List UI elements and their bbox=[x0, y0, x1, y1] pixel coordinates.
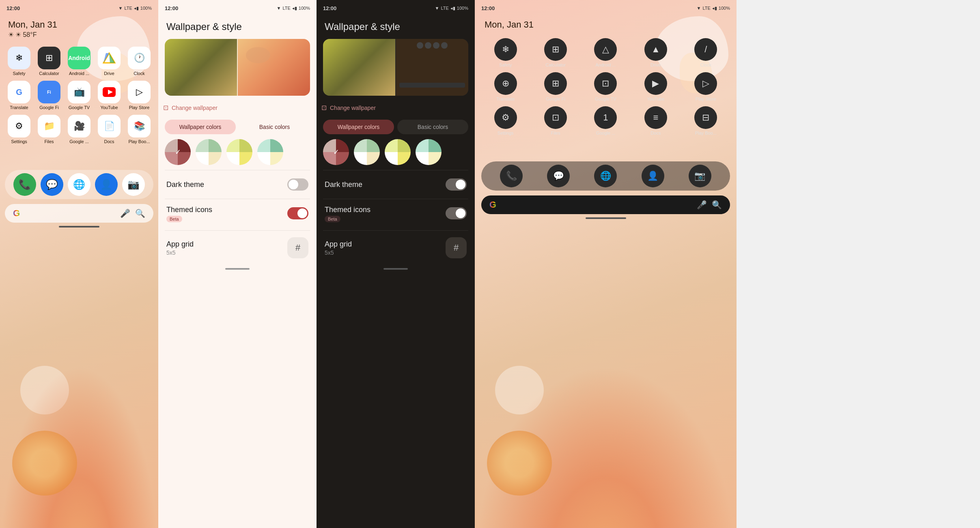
mic-icon-4[interactable]: 🎤 bbox=[697, 200, 707, 210]
app-googletv-d[interactable]: ⊡ Google TV bbox=[582, 72, 630, 101]
dock-contacts-d[interactable]: 👤 bbox=[642, 165, 664, 187]
swatch-2-2[interactable] bbox=[196, 139, 222, 165]
hash-button-3[interactable]: # bbox=[446, 237, 467, 258]
translate-icon-d[interactable]: ⊕ bbox=[494, 72, 517, 95]
app-label-clock-d: Clock bbox=[700, 62, 712, 67]
googletv-icon[interactable]: 📺 bbox=[68, 81, 90, 103]
app-youtube-d[interactable]: ▶ YouTube bbox=[631, 72, 680, 101]
app-googlemeet-d[interactable]: 1 Google ... bbox=[582, 106, 630, 135]
docs-icon[interactable]: 📄 bbox=[98, 115, 121, 137]
googletv-icon-d[interactable]: ⊡ bbox=[594, 72, 617, 95]
hash-button-2[interactable]: # bbox=[287, 237, 308, 258]
app-files[interactable]: 📁 Files bbox=[35, 115, 63, 144]
files-icon-d[interactable]: ⊡ bbox=[544, 106, 567, 129]
dock-phone-d[interactable]: 📞 bbox=[500, 165, 523, 187]
dock-chrome-d[interactable]: 🌐 bbox=[594, 165, 617, 187]
dark-theme-toggle-3[interactable] bbox=[446, 178, 467, 191]
app-safety[interactable]: ❄ Safety bbox=[5, 47, 33, 76]
app-clock-d[interactable]: / Clock bbox=[682, 38, 730, 67]
playbooks-icon-d[interactable]: ⊟ bbox=[694, 106, 717, 129]
dark-theme-toggle-2[interactable] bbox=[287, 178, 308, 191]
themed-icons-toggle-3[interactable] bbox=[446, 207, 467, 219]
app-android-d[interactable]: △ Android ... bbox=[582, 38, 630, 67]
clock-icon[interactable]: 🕐 bbox=[128, 47, 151, 69]
themed-icons-toggle-2[interactable] bbox=[287, 207, 308, 219]
app-docs-d[interactable]: ≡ Docs bbox=[631, 106, 680, 135]
app-clock[interactable]: 🕐 Clock bbox=[125, 47, 153, 76]
playbooks-icon[interactable]: 📚 bbox=[128, 115, 151, 137]
tab-basic-colors-2[interactable]: Basic colors bbox=[239, 120, 310, 134]
android-icon-d[interactable]: △ bbox=[594, 38, 617, 61]
settings-icon[interactable]: ⚙ bbox=[8, 115, 30, 137]
app-translate[interactable]: G Translate bbox=[5, 81, 33, 110]
swatch-3-2[interactable] bbox=[226, 139, 252, 165]
app-settings-d[interactable]: ⚙ Settings bbox=[481, 106, 530, 135]
app-android[interactable]: Android Android ... bbox=[65, 47, 93, 76]
googlefi-icon[interactable]: Fi bbox=[38, 81, 60, 103]
dock-contacts[interactable]: 👤 bbox=[95, 173, 118, 196]
googlefi-icon-d[interactable]: ⊞ bbox=[544, 72, 567, 95]
app-youtube[interactable]: YouTube bbox=[95, 81, 123, 110]
dock-chrome[interactable]: 🌐 bbox=[68, 173, 90, 196]
settings-icon-d[interactable]: ⚙ bbox=[494, 106, 517, 129]
lte-label-2: LTE bbox=[283, 6, 291, 11]
app-drive-d[interactable]: ▲ Drive bbox=[631, 38, 680, 67]
googlemeet-icon-d[interactable]: 1 bbox=[594, 106, 617, 129]
youtube-icon-d[interactable]: ▶ bbox=[644, 72, 667, 95]
clock-icon-d[interactable]: / bbox=[694, 38, 717, 61]
calculator-icon[interactable]: ⊞ bbox=[38, 47, 60, 69]
app-docs[interactable]: 📄 Docs bbox=[95, 115, 123, 144]
dock-messages-d[interactable]: 💬 bbox=[547, 165, 570, 187]
search-bar-4[interactable]: G 🎤 🔍 bbox=[481, 195, 730, 214]
files-icon[interactable]: 📁 bbox=[38, 115, 60, 137]
playstore-icon[interactable]: ▷ bbox=[128, 81, 151, 103]
swatch-1-3[interactable] bbox=[323, 139, 349, 165]
search-action-icons-4: 🎤 🔍 bbox=[697, 200, 722, 210]
tab-wallpaper-colors-3[interactable]: Wallpaper colors bbox=[323, 120, 394, 134]
dock-camera[interactable]: 📷 bbox=[122, 173, 145, 196]
app-playstore[interactable]: ▷ Play Store bbox=[125, 81, 153, 110]
docs-icon-d[interactable]: ≡ bbox=[644, 106, 667, 129]
search-bar-1[interactable]: G 🎤 🔍 bbox=[5, 204, 153, 223]
googlemeet-icon[interactable]: 🎥 bbox=[68, 115, 90, 137]
app-calculator[interactable]: ⊞ Calculator bbox=[35, 47, 63, 76]
tab-wallpaper-colors-2[interactable]: Wallpaper colors bbox=[165, 120, 236, 134]
youtube-icon[interactable] bbox=[98, 81, 121, 103]
tab-basic-colors-3[interactable]: Basic colors bbox=[397, 120, 468, 134]
drive-icon-d[interactable]: ▲ bbox=[644, 38, 667, 61]
change-wallpaper-btn-3[interactable]: ⊡ Change wallpaper bbox=[317, 99, 381, 116]
app-playbooks-d[interactable]: ⊟ Play Boo... bbox=[682, 106, 730, 135]
app-settings[interactable]: ⚙ Settings bbox=[5, 115, 33, 144]
calculator-icon-d[interactable]: ⊞ bbox=[544, 38, 567, 61]
swatch-4-3[interactable] bbox=[416, 139, 442, 165]
swatch-2-3[interactable] bbox=[354, 139, 380, 165]
safety-icon[interactable]: ❄ bbox=[8, 47, 30, 69]
app-files-d[interactable]: ⊡ Files bbox=[531, 106, 579, 135]
dock-messages[interactable]: 💬 bbox=[41, 173, 63, 196]
app-googlefi[interactable]: Fi Google Fi bbox=[35, 81, 63, 110]
android-icon[interactable]: Android bbox=[68, 47, 90, 69]
dock-phone[interactable]: 📞 bbox=[13, 173, 36, 196]
app-safety-d[interactable]: ❄ Safety bbox=[481, 38, 530, 67]
app-grid-row-1: ❄ Safety ⊞ Calculator Android Android ..… bbox=[5, 45, 153, 77]
lens-icon-4[interactable]: 🔍 bbox=[712, 200, 722, 210]
safety-icon-d[interactable]: ❄ bbox=[494, 38, 517, 61]
swatch-1-2[interactable] bbox=[165, 139, 191, 165]
dock-camera-d[interactable]: 📷 bbox=[689, 165, 711, 187]
translate-icon[interactable]: G bbox=[8, 81, 30, 103]
app-translate-d[interactable]: ⊕ Translate bbox=[481, 72, 530, 101]
app-calculator-d[interactable]: ⊞ Calculator bbox=[531, 38, 579, 67]
swatch-4-2[interactable] bbox=[257, 139, 283, 165]
app-playstore-d[interactable]: ▷ Play Store bbox=[682, 72, 730, 101]
playstore-icon-d[interactable]: ▷ bbox=[694, 72, 717, 95]
app-googletv[interactable]: 📺 Google TV bbox=[65, 81, 93, 110]
app-playbooks[interactable]: 📚 Play Boo... bbox=[125, 115, 153, 144]
change-wallpaper-btn-2[interactable]: ⊡ Change wallpaper bbox=[158, 99, 222, 116]
app-googlefi-d[interactable]: ⊞ Google Fi bbox=[531, 72, 579, 101]
lens-icon-1[interactable]: 🔍 bbox=[135, 208, 145, 218]
swatch-3-3[interactable] bbox=[385, 139, 411, 165]
mic-icon-1[interactable]: 🎤 bbox=[120, 208, 130, 218]
app-googlemeet[interactable]: 🎥 Google ... bbox=[65, 115, 93, 144]
drive-icon[interactable] bbox=[98, 47, 121, 69]
app-drive[interactable]: Drive bbox=[95, 47, 123, 76]
